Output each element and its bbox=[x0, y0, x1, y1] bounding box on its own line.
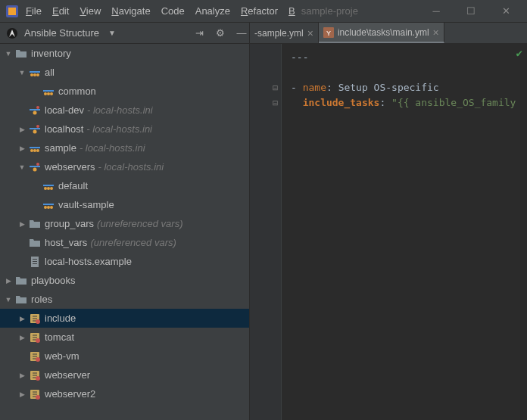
tree-node-label: sample bbox=[45, 142, 76, 154]
svg-point-32 bbox=[47, 206, 50, 209]
folder-icon bbox=[15, 48, 27, 60]
svg-point-22 bbox=[36, 149, 39, 152]
tree-twisty-icon[interactable] bbox=[3, 277, 14, 285]
tree-node-hint: - local-hosts.ini bbox=[80, 142, 145, 154]
file-icon bbox=[29, 256, 41, 268]
tree-node-webservers[interactable]: webservers - local-hosts.ini bbox=[0, 157, 249, 176]
svg-point-17 bbox=[33, 129, 37, 133]
group-icon bbox=[42, 86, 55, 98]
tree-node-hint: (unreferenced vars) bbox=[97, 218, 182, 229]
tree-node-label: include bbox=[45, 313, 76, 324]
settings-icon[interactable]: ⚙ bbox=[213, 27, 228, 39]
tree-twisty-icon[interactable] bbox=[17, 372, 27, 379]
group-icon bbox=[29, 67, 41, 79]
tree-node-roles[interactable]: roles bbox=[0, 290, 249, 309]
tree-twisty-icon[interactable] bbox=[17, 145, 27, 152]
menu-more[interactable]: B bbox=[288, 5, 295, 17]
svg-point-39 bbox=[36, 319, 40, 324]
tree-twisty-icon[interactable] bbox=[17, 390, 27, 398]
tab-sample-yml[interactable]: -sample.yml × bbox=[250, 23, 319, 43]
tree-twisty-icon[interactable] bbox=[17, 315, 27, 322]
tree-node-label: localhost bbox=[45, 123, 83, 135]
tree-node-sample[interactable]: sample - local-hosts.ini bbox=[0, 138, 249, 157]
minimize-button[interactable]: ─ bbox=[426, 5, 447, 17]
fold-icon[interactable]: ⊟ bbox=[273, 80, 278, 95]
svg-point-28 bbox=[47, 187, 50, 190]
tree-node-local-dev[interactable]: local-dev - local-hosts.ini bbox=[0, 101, 249, 120]
menu-analyze[interactable]: Analyze bbox=[195, 5, 230, 17]
svg-rect-36 bbox=[33, 261, 37, 262]
tree-twisty-icon[interactable] bbox=[17, 126, 27, 133]
svg-rect-16 bbox=[30, 128, 40, 129]
svg-point-29 bbox=[50, 187, 53, 190]
tree-node-vault-sample[interactable]: vault-sample bbox=[0, 195, 249, 214]
tree-node-localhost[interactable]: localhost - local-hosts.ini bbox=[0, 120, 249, 138]
tree-twisty-icon[interactable] bbox=[17, 69, 27, 76]
menu-edit[interactable]: Edit bbox=[52, 5, 69, 17]
role-icon bbox=[29, 388, 41, 400]
tree-twisty-icon[interactable] bbox=[17, 334, 27, 341]
menu-navigate[interactable]: Navigate bbox=[111, 5, 150, 17]
tree-twisty-icon[interactable] bbox=[3, 50, 14, 58]
tree-node-web-vm[interactable]: web-vm bbox=[0, 347, 249, 366]
code-editor[interactable]: ✔ ⊟ ⊟ --- - name: Setup OS-specific incl… bbox=[250, 44, 527, 420]
title-bar: File Edit View Navigate Code Analyze Ref… bbox=[0, 0, 527, 23]
svg-point-24 bbox=[33, 167, 37, 171]
close-icon[interactable]: × bbox=[433, 26, 439, 39]
tree-node-label: roles bbox=[31, 294, 52, 305]
tree-node-all[interactable]: all bbox=[0, 63, 249, 82]
tab-main-yml[interactable]: Y include\tasks\main.yml × bbox=[319, 23, 444, 43]
svg-rect-9 bbox=[43, 90, 54, 92]
tree-node-common[interactable]: common bbox=[0, 82, 249, 101]
structure-tree[interactable]: inventoryallcommonlocal-dev - local-host… bbox=[0, 44, 250, 420]
main-area: inventoryallcommonlocal-dev - local-host… bbox=[0, 44, 527, 420]
close-icon[interactable]: × bbox=[307, 27, 313, 39]
collapse-icon[interactable]: ⇥ bbox=[192, 27, 207, 39]
svg-point-43 bbox=[36, 357, 40, 362]
tree-twisty-icon[interactable] bbox=[3, 296, 14, 303]
tree-node-group-vars[interactable]: group_vars (unreferenced vars) bbox=[0, 214, 249, 233]
tree-node-label: vault-sample bbox=[58, 199, 114, 210]
fold-icon[interactable]: ⊟ bbox=[273, 95, 278, 110]
svg-rect-26 bbox=[43, 185, 54, 186]
tree-node-label: inventory bbox=[31, 48, 71, 59]
tree-node-label: playbooks bbox=[31, 275, 76, 286]
maximize-button[interactable]: ☐ bbox=[460, 5, 482, 17]
tree-node-webserver2[interactable]: webserver2 bbox=[0, 384, 249, 403]
tree-twisty-icon[interactable] bbox=[17, 163, 27, 171]
menu-refactor[interactable]: Refactor bbox=[241, 5, 278, 17]
tree-node-tomcat[interactable]: tomcat bbox=[0, 328, 249, 347]
menu-view[interactable]: View bbox=[80, 5, 101, 17]
menu-code[interactable]: Code bbox=[161, 5, 185, 17]
tree-node-inventory[interactable]: inventory bbox=[0, 44, 249, 63]
tree-node-label: webserver2 bbox=[45, 388, 95, 400]
svg-point-21 bbox=[33, 149, 36, 152]
svg-rect-37 bbox=[33, 263, 37, 264]
tree-node-include[interactable]: include bbox=[0, 309, 249, 328]
folder-icon bbox=[15, 275, 27, 287]
group-icon bbox=[29, 142, 41, 154]
tab-label: -sample.yml bbox=[254, 28, 304, 39]
group-icon bbox=[42, 180, 55, 192]
tree-node-webserver[interactable]: webserver bbox=[0, 366, 249, 384]
tree-node-label: common bbox=[58, 86, 96, 97]
svg-rect-1 bbox=[8, 8, 16, 15]
close-button[interactable]: ✕ bbox=[495, 5, 516, 17]
tree-node-host-vars[interactable]: host_vars (unreferenced vars) bbox=[0, 233, 249, 252]
tree-node-default[interactable]: default bbox=[0, 176, 249, 195]
tree-twisty-icon[interactable] bbox=[17, 220, 27, 228]
tree-node-local-hosts-example[interactable]: local-hosts.example bbox=[0, 252, 249, 271]
chevron-down-icon[interactable]: ▼ bbox=[108, 29, 116, 37]
tree-node-label: group_vars bbox=[45, 218, 94, 229]
tool-window-title[interactable]: Ansible Structure bbox=[24, 27, 99, 39]
group-icon bbox=[42, 199, 55, 211]
svg-point-6 bbox=[30, 73, 33, 76]
svg-rect-35 bbox=[33, 259, 37, 260]
hide-icon[interactable]: — bbox=[234, 27, 249, 39]
svg-text:Y: Y bbox=[326, 30, 331, 37]
svg-point-25 bbox=[36, 163, 39, 166]
menu-file[interactable]: File bbox=[26, 5, 42, 17]
code-content[interactable]: --- - name: Setup OS-specific include_ta… bbox=[291, 50, 527, 110]
tree-node-playbooks[interactable]: playbooks bbox=[0, 271, 249, 290]
svg-rect-19 bbox=[30, 147, 40, 148]
